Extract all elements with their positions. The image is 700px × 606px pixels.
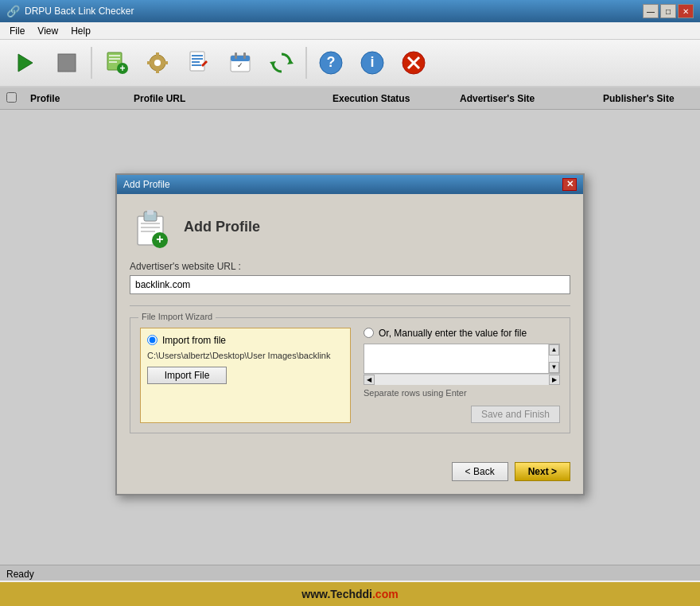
update-icon	[266, 48, 297, 78]
modal-heading: Add Profile	[184, 219, 260, 235]
svg-rect-18	[192, 64, 201, 66]
svg-point-9	[154, 60, 161, 66]
settings-icon	[142, 48, 173, 78]
modal-close-button[interactable]: ✕	[562, 178, 577, 191]
menu-help[interactable]: Help	[64, 24, 97, 38]
app-icon: 🔗	[6, 5, 20, 17]
svg-marker-25	[270, 61, 276, 66]
svg-rect-4	[109, 58, 120, 60]
svg-rect-1	[58, 54, 76, 72]
scroll-right-arrow[interactable]: ▶	[549, 375, 560, 385]
manual-textarea[interactable]	[364, 344, 548, 373]
reports-button[interactable]	[180, 44, 218, 82]
textarea-container: ▲ ▼	[364, 344, 560, 374]
scroll-track	[549, 355, 559, 362]
horizontal-scrollbar[interactable]: ◀ ▶	[364, 374, 560, 385]
svg-marker-0	[18, 54, 33, 72]
add-profile-toolbar-button[interactable]: +	[97, 44, 135, 82]
back-button[interactable]: < Back	[452, 462, 508, 481]
stop-button[interactable]	[48, 44, 86, 82]
modal-header-section: + Add Profile	[130, 207, 570, 248]
title-bar-left: 🔗 DRPU Back Link Checker	[6, 5, 134, 17]
next-button[interactable]: Next >	[515, 462, 570, 481]
hscroll-track	[375, 375, 549, 385]
save-finish-button[interactable]: Save and Finish	[471, 406, 560, 423]
svg-rect-12	[147, 61, 152, 64]
import-right-panel: Or, Manually enter the value for file ▲ …	[364, 328, 560, 423]
modal-title-bar: Add Profile ✕	[117, 175, 583, 194]
svg-rect-5	[109, 61, 117, 63]
main-content: Profile Profile URL Execution Status Adv…	[0, 87, 700, 581]
svg-rect-37	[141, 227, 160, 228]
import-from-file-row: Import from file	[147, 335, 344, 346]
info-icon: i	[357, 48, 387, 78]
title-bar-controls: — □ ✕	[643, 4, 694, 18]
textarea-wrapper: ▲ ▼ ◀ ▶	[364, 344, 560, 385]
svg-rect-20	[231, 56, 250, 61]
svg-rect-3	[109, 55, 120, 56]
import-left-panel: Import from file C:\Users\albertz\Deskto…	[140, 328, 351, 423]
svg-text:+: +	[119, 63, 125, 74]
svg-rect-10	[156, 52, 159, 57]
minimize-button[interactable]: —	[643, 4, 659, 18]
svg-text:i: i	[370, 54, 374, 70]
svg-rect-38	[141, 231, 155, 232]
modal-overlay: Add Profile ✕	[0, 87, 700, 581]
menu-bar: File View Help	[0, 22, 700, 40]
scroll-up-arrow[interactable]: ▲	[549, 344, 559, 355]
svg-rect-21	[235, 52, 237, 59]
svg-rect-36	[141, 223, 160, 224]
help-icon: ?	[316, 48, 346, 78]
svg-marker-24	[287, 60, 294, 64]
settings-button[interactable]	[138, 44, 177, 82]
stop-icon	[52, 48, 82, 78]
toolbar-separator-2	[305, 47, 307, 79]
import-from-file-radio[interactable]	[147, 335, 158, 345]
brand-text: www.Techddi.com	[301, 588, 398, 600]
menu-file[interactable]: File	[3, 24, 31, 38]
update-button[interactable]	[262, 44, 301, 82]
brand-bar: www.Techddi.com	[0, 582, 700, 606]
svg-rect-11	[156, 68, 159, 73]
manual-entry-row: Or, Manually enter the value for file	[364, 328, 560, 339]
manual-hint: Separate rows using Enter	[364, 388, 560, 398]
scroll-down-arrow[interactable]: ▼	[549, 362, 559, 373]
file-path-display: C:\Users\albertz\Desktop\User Images\bac…	[147, 351, 344, 360]
app-title: DRPU Back Link Checker	[25, 6, 134, 17]
svg-text:?: ?	[327, 54, 336, 70]
url-label: Advertiser's website URL :	[130, 261, 570, 272]
window-close-button[interactable]: ✕	[678, 4, 694, 18]
svg-rect-17	[192, 61, 200, 63]
manual-entry-radio[interactable]	[364, 328, 374, 338]
play-icon	[10, 48, 41, 78]
help-button[interactable]: ?	[312, 44, 350, 82]
toolbar: + ✓	[0, 40, 700, 87]
toolbar-separator-1	[91, 47, 92, 79]
schedule-button[interactable]: ✓	[221, 44, 259, 82]
vertical-scrollbar[interactable]: ▲ ▼	[548, 344, 559, 373]
import-file-button[interactable]: Import File	[147, 367, 227, 384]
file-import-group: File Import Wizard Import from file C:\U…	[130, 317, 570, 433]
modal-title: Add Profile	[123, 179, 170, 190]
info-button[interactable]: i	[353, 44, 391, 82]
brand-domain: .com	[372, 588, 399, 600]
maximize-button[interactable]: □	[660, 4, 676, 18]
url-input[interactable]	[130, 275, 570, 294]
modal-content: + Add Profile Advertiser's website URL :…	[117, 194, 583, 456]
scroll-left-arrow[interactable]: ◀	[364, 375, 375, 385]
clipboard-icon: +	[130, 207, 171, 248]
manual-entry-label: Or, Manually enter the value for file	[379, 328, 527, 339]
exit-button[interactable]	[395, 44, 433, 82]
svg-text:+: +	[156, 232, 163, 246]
modal-footer: < Back Next >	[117, 456, 583, 494]
add-profile-modal: Add Profile ✕	[115, 173, 585, 495]
play-button[interactable]	[6, 44, 45, 82]
svg-rect-16	[192, 58, 203, 60]
import-columns: Import from file C:\Users\albertz\Deskto…	[140, 328, 560, 423]
svg-rect-13	[163, 61, 168, 64]
reports-icon	[184, 48, 214, 78]
title-bar: 🔗 DRPU Back Link Checker — □ ✕	[0, 0, 700, 22]
menu-view[interactable]: View	[31, 24, 64, 38]
schedule-icon: ✓	[225, 48, 255, 78]
svg-rect-22	[243, 52, 246, 59]
